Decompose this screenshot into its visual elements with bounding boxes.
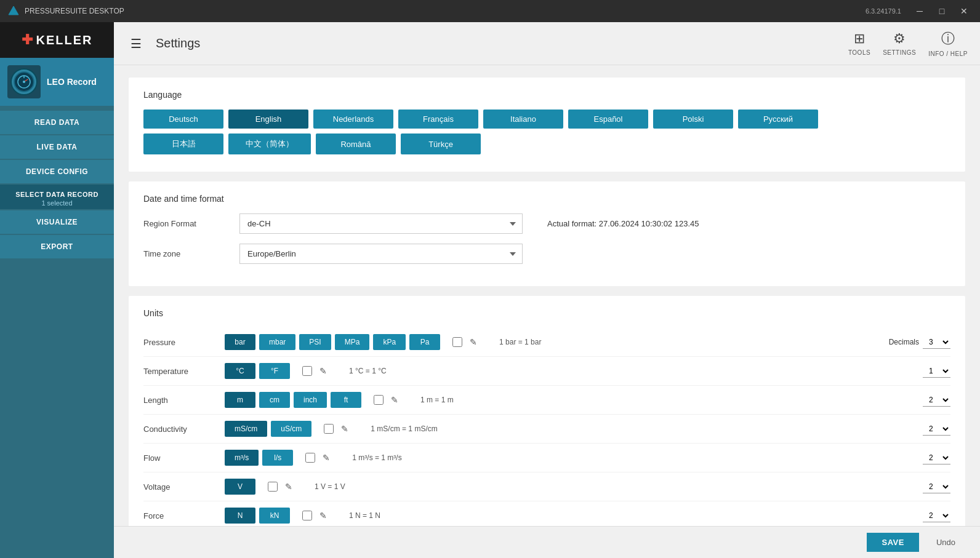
language-button-nl[interactable]: Nederlands (313, 110, 393, 129)
unit-edit-icon-temperature[interactable]: ✎ (319, 366, 327, 376)
language-button-tr[interactable]: Türkçe (401, 134, 481, 154)
live-data-button[interactable]: LIVE DATA (0, 135, 114, 159)
keller-text: KELLER (36, 33, 93, 47)
select-data-record-group[interactable]: SELECT DATA RECORD 1 selected (0, 185, 114, 209)
gauge-svg (13, 71, 35, 93)
unit-edit-icon-conductivity[interactable]: ✎ (341, 424, 348, 434)
minimize-button[interactable]: ─ (911, 5, 928, 17)
window-controls: ─ □ ✕ (911, 5, 973, 17)
unit-btn-pressure-mbar[interactable]: mbar (259, 334, 295, 350)
datetime-section-title: Date and time format (143, 194, 950, 204)
titlebar: PRESSURESUITE DESKTOP 6.3.24179.1 ─ □ ✕ (0, 0, 980, 22)
content-footer: SAVE Undo (114, 526, 980, 558)
tools-button[interactable]: ⊞ TOOLS (848, 31, 870, 56)
unit-btn-force-N[interactable]: N (225, 508, 255, 524)
unit-btn-length-m[interactable]: m (225, 392, 255, 408)
device-section[interactable]: LEO Record (0, 58, 114, 106)
unit-checkbox-pressure[interactable] (452, 337, 462, 347)
language-button-en[interactable]: English (228, 110, 308, 129)
unit-conversion-pressure: 1 bar = 1 bar (499, 338, 882, 346)
datetime-section: Date and time format Region Format de-CH… (129, 181, 965, 286)
unit-btn-length-inch[interactable]: inch (294, 392, 327, 408)
decimals-section-temperature: 01234 (923, 365, 950, 378)
unit-btn-pressure-MPa[interactable]: MPa (335, 334, 370, 350)
unit-edit-icon-length[interactable]: ✎ (391, 395, 398, 405)
main-content: ☰ Settings ⊞ TOOLS ⚙ SETTINGS ⓘ INFO / H… (114, 22, 980, 558)
unit-btn-force-kN[interactable]: kN (259, 508, 290, 524)
device-config-button[interactable]: DEVICE CONFIG (0, 160, 114, 183)
language-button-de[interactable]: Deutsch (143, 110, 223, 129)
decimals-select-temperature[interactable]: 01234 (923, 365, 950, 378)
decimals-select-voltage[interactable]: 01234 (923, 480, 950, 493)
info-icon: ⓘ (941, 30, 955, 48)
restore-button[interactable]: □ (933, 5, 950, 17)
export-button[interactable]: EXPORT (0, 235, 114, 258)
unit-btn-conductivity-mScm[interactable]: mS/cm (225, 421, 267, 437)
close-button[interactable]: ✕ (955, 5, 973, 17)
decimals-select-pressure[interactable]: 01234 (923, 336, 950, 349)
keller-logo: ✚ KELLER (22, 32, 93, 48)
unit-edit-icon-flow[interactable]: ✎ (323, 453, 330, 463)
language-button-ja[interactable]: 日本語 (143, 134, 223, 154)
unit-btn-temperature-F[interactable]: °F (259, 363, 290, 379)
unit-btn-temperature-C[interactable]: °C (225, 363, 255, 379)
unit-buttons-conductivity: mS/cmuS/cm (225, 421, 311, 437)
decimals-select-flow[interactable]: 01234 (923, 452, 950, 464)
unit-btn-pressure-kPa[interactable]: kPa (373, 334, 406, 350)
language-button-ro[interactable]: Română (316, 134, 396, 154)
device-icon (7, 65, 41, 98)
unit-checkbox-force[interactable] (302, 511, 312, 520)
unit-btn-pressure-bar[interactable]: bar (225, 334, 255, 350)
unit-label-pressure: Pressure (143, 338, 217, 347)
decimals-select-length[interactable]: 01234 (923, 394, 950, 407)
unit-btn-conductivity-uScm[interactable]: uS/cm (271, 421, 311, 437)
unit-checkbox-temperature[interactable] (302, 366, 312, 376)
decimals-section-force: 01234 (923, 509, 950, 522)
app-title: PRESSURESUITE DESKTOP (25, 7, 866, 15)
decimals-select-force[interactable]: 01234 (923, 509, 950, 522)
hamburger-icon: ☰ (131, 36, 142, 51)
settings-button[interactable]: ⚙ SETTINGS (883, 31, 916, 56)
sidebar-logo-area: ✚ KELLER (0, 22, 114, 58)
unit-checkbox-length[interactable] (374, 395, 384, 405)
undo-button[interactable]: Undo (926, 533, 965, 552)
unit-btn-length-ft[interactable]: ft (331, 392, 361, 408)
visualize-button[interactable]: VISUALIZE (0, 210, 114, 234)
read-data-button[interactable]: READ DATA (0, 111, 114, 134)
unit-btn-flow-ms[interactable]: m³/s (225, 450, 259, 466)
decimals-section-pressure: Decimals01234 (889, 336, 950, 349)
unit-buttons-pressure: barmbarPSIMPakPaPa (225, 334, 440, 350)
unit-edit-icon-pressure[interactable]: ✎ (470, 337, 477, 347)
unit-checkbox-conductivity[interactable] (324, 424, 334, 434)
decimals-section-voltage: 01234 (923, 480, 950, 493)
language-button-ru[interactable]: Русский (738, 110, 818, 129)
unit-btn-pressure-PSI[interactable]: PSI (299, 334, 331, 350)
unit-edit-icon-voltage[interactable]: ✎ (285, 482, 292, 492)
unit-btn-flow-ls[interactable]: l/s (262, 450, 293, 466)
language-button-es[interactable]: Español (568, 110, 648, 129)
timezone-select[interactable]: Europe/Berlin (239, 244, 523, 264)
unit-edit-icon-force[interactable]: ✎ (319, 511, 327, 520)
unit-buttons-length: mcminchft (225, 392, 361, 408)
timezone-label: Time zone (143, 249, 230, 258)
decimals-select-conductivity[interactable]: 01234 (923, 423, 950, 436)
unit-btn-pressure-Pa[interactable]: Pa (409, 334, 440, 350)
unit-row-temperature: Temperature°C°F✎1 °C = 1 °C01234 (143, 357, 950, 386)
language-button-fr[interactable]: Français (398, 110, 478, 129)
unit-btn-length-cm[interactable]: cm (259, 392, 290, 408)
hamburger-button[interactable]: ☰ (126, 34, 146, 54)
info-help-button[interactable]: ⓘ INFO / HELP (928, 30, 968, 57)
page-title: Settings (156, 36, 838, 50)
unit-btn-voltage-V[interactable]: V (225, 479, 255, 495)
unit-checkbox-voltage[interactable] (268, 482, 278, 492)
save-button[interactable]: SAVE (867, 533, 918, 552)
info-help-label: INFO / HELP (928, 50, 968, 57)
language-button-pl[interactable]: Polski (653, 110, 733, 129)
unit-label-force: Force (143, 511, 217, 520)
unit-checkbox-flow[interactable] (305, 453, 315, 463)
language-button-it[interactable]: Italiano (483, 110, 563, 129)
region-format-select[interactable]: de-CH (239, 213, 523, 234)
actual-format-display: Actual format: 27.06.2024 10:30:02 123.4… (547, 219, 699, 228)
language-button-zh[interactable]: 中文（简体） (228, 134, 311, 154)
unit-row-length: Lengthmcminchft✎1 m = 1 m01234 (143, 386, 950, 415)
